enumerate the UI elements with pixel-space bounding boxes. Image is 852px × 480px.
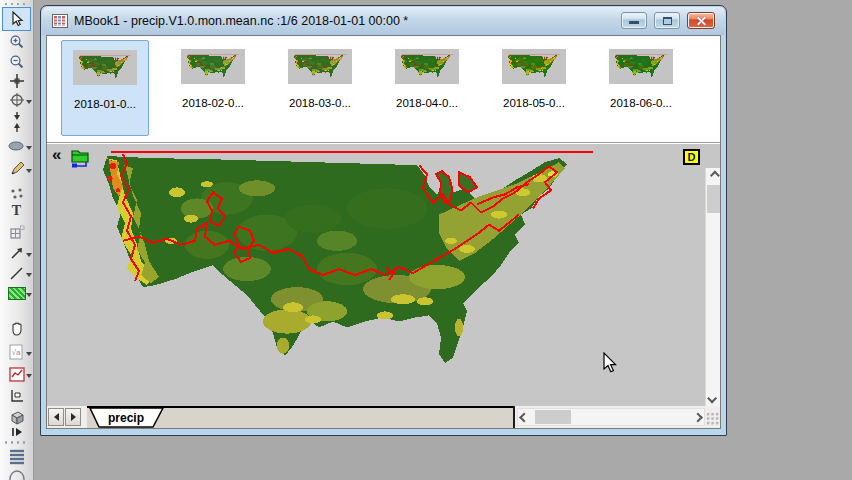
thumbnail-image (502, 49, 566, 84)
horizontal-scrollbar[interactable] (517, 408, 705, 426)
tab-scroll-divider[interactable] (513, 406, 515, 428)
zoom-out-tool-button[interactable] (2, 52, 31, 72)
layer-toolbar-button[interactable] (2, 447, 31, 467)
precip-map-image[interactable] (87, 148, 607, 382)
chevron-right-icon (693, 412, 703, 422)
zoom-in-tool-button[interactable] (2, 32, 31, 52)
scroll-right-button[interactable] (689, 409, 704, 425)
data-mode-badge[interactable]: D (683, 149, 700, 165)
rescale-hand-tool-button[interactable] (2, 386, 31, 406)
next-sheet-button[interactable] (65, 408, 81, 426)
data-selector-icon (9, 111, 25, 133)
thumbnail-label: 2018-03-0... (276, 97, 364, 109)
image-view-panel[interactable]: « D (47, 144, 720, 406)
graph-icon (9, 367, 25, 382)
svg-text:√a: √a (12, 348, 21, 357)
pointer-icon (9, 11, 25, 27)
close-icon (696, 15, 707, 26)
line-tool-button[interactable] (2, 263, 31, 283)
dropdown-caret-icon[interactable] (26, 146, 32, 150)
chevron-up-icon (710, 171, 720, 181)
window-titlebar[interactable]: MBook1 - precip.V1.0.mon.mean.nc :1/6 20… (42, 7, 725, 35)
thumbnail-label: 2018-02-0... (169, 97, 257, 109)
toolbar-grip[interactable] (4, 2, 28, 6)
close-button[interactable] (687, 12, 715, 29)
zoom-out-icon (9, 54, 25, 70)
thumbnail-2018-04[interactable]: 2018-04-0... (383, 40, 471, 136)
thumbnail-label: 2018-05-0... (490, 97, 578, 109)
thumbnail-2018-05[interactable]: 2018-05-0... (490, 40, 578, 136)
toolbar-separator (4, 441, 28, 444)
mask-ellipse-tool-button[interactable] (2, 136, 31, 156)
scroll-left-button[interactable] (518, 409, 533, 425)
expand-toolbar-button[interactable] (2, 426, 31, 438)
text-tool-icon: T (12, 203, 21, 219)
text-tool-button[interactable]: T (2, 201, 31, 221)
equation-tool-button[interactable] (2, 222, 31, 242)
window-body: 2018-01-0... 2018-02-0... 2018-03-0... 2… (46, 35, 721, 429)
arrow-tool-button[interactable] (2, 243, 31, 263)
thumbnail-image (288, 49, 352, 84)
thumbnail-2018-03[interactable]: 2018-03-0... (276, 40, 364, 136)
circle-tool-button[interactable] (2, 466, 31, 480)
scroll-down-button[interactable] (706, 391, 720, 406)
tools-toolbar: T √a (0, 0, 34, 480)
pointer-tool-button[interactable] (2, 7, 31, 31)
pan-hand-tool-button[interactable] (2, 318, 31, 338)
dropdown-caret-icon[interactable] (26, 293, 32, 297)
resize-grip[interactable] (706, 412, 719, 425)
cluster-dots-icon (9, 187, 25, 201)
vertical-scroll-thumb[interactable] (707, 185, 720, 213)
matrix-book-icon (52, 14, 68, 28)
dropdown-caret-icon[interactable] (26, 374, 32, 378)
circle-icon (8, 469, 26, 480)
dropdown-caret-icon[interactable] (26, 273, 32, 277)
data-selector-tool-button[interactable] (2, 110, 31, 134)
dropdown-caret-icon[interactable] (26, 169, 32, 173)
data-reader-tool-button[interactable] (2, 90, 31, 110)
lines-icon (8, 449, 26, 465)
graph-tool-button[interactable] (2, 364, 31, 384)
thumbnail-2018-02[interactable]: 2018-02-0... (169, 40, 257, 136)
collapse-panel-button[interactable]: « (52, 146, 61, 164)
line-icon (9, 266, 25, 281)
restore-icon (663, 17, 672, 25)
prev-sheet-icon (54, 413, 59, 421)
vertical-scrollbar[interactable] (705, 168, 720, 406)
cube-3d-tool-button[interactable] (2, 407, 31, 427)
window-title: MBook1 - precip.V1.0.mon.mean.nc :1/6 20… (74, 14, 408, 28)
ellipse-icon (8, 140, 26, 152)
polygon-fill-icon (8, 287, 26, 300)
screen-reader-tool-button[interactable] (2, 71, 31, 91)
thumbnail-label: 2018-04-0... (383, 97, 471, 109)
scroll-up-button[interactable] (706, 168, 720, 183)
cube-icon (9, 409, 25, 425)
dropdown-caret-icon[interactable] (26, 100, 32, 104)
sheet-tab-bar: precip (47, 406, 720, 428)
dropdown-caret-icon[interactable] (26, 352, 32, 356)
thumbnail-image (609, 49, 673, 84)
minimize-button[interactable] (621, 12, 647, 29)
restore-button[interactable] (654, 12, 680, 29)
thumbnail-2018-01[interactable]: 2018-01-0... (61, 40, 149, 136)
data-reader-icon (9, 92, 25, 108)
formula-tool-button[interactable]: √a (2, 342, 31, 362)
horizontal-scroll-thumb[interactable] (535, 410, 571, 424)
prev-sheet-button[interactable] (48, 408, 64, 426)
thumbnail-strip: 2018-01-0... 2018-02-0... 2018-03-0... 2… (47, 36, 720, 142)
draw-data-tool-button[interactable] (2, 159, 31, 179)
rescale-icon (9, 388, 25, 404)
minimize-icon (629, 21, 639, 24)
formula-doc-icon: √a (9, 344, 24, 360)
tab-precip[interactable]: precip (89, 408, 165, 428)
hand-icon (9, 320, 25, 336)
mouse-cursor (603, 352, 617, 373)
polygon-draw-tool-button[interactable] (2, 283, 31, 303)
pencil-icon (9, 161, 25, 177)
chevron-left-icon (519, 412, 529, 422)
tab-precip-label: precip (108, 411, 144, 425)
thumbnail-image (395, 49, 459, 84)
dropdown-caret-icon[interactable] (26, 253, 32, 257)
arrow-icon (9, 246, 25, 261)
thumbnail-2018-06[interactable]: 2018-06-0... (597, 40, 685, 136)
